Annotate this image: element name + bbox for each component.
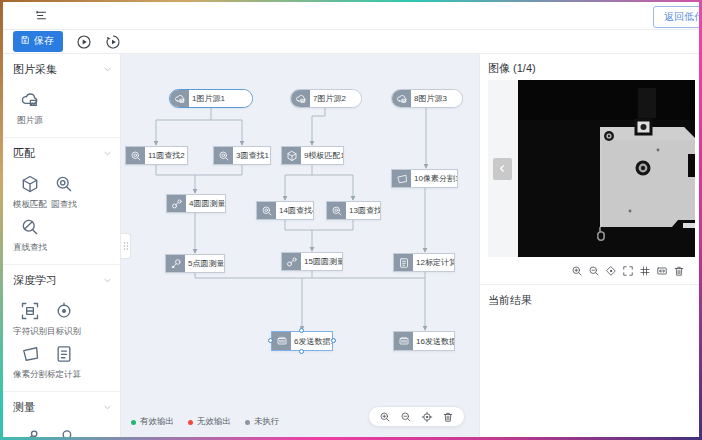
sidebar-collapse-handle[interactable]	[121, 233, 131, 259]
edge	[312, 220, 353, 230]
node-4[interactable]: 4圆圆测量2	[166, 194, 226, 213]
segment-icon	[392, 170, 411, 187]
connection-handle[interactable]	[331, 338, 336, 343]
circle-find-icon	[257, 202, 276, 219]
sidebar-section-1: 图片采集图片源	[3, 54, 120, 138]
fullscreen-icon[interactable]	[622, 265, 634, 277]
trash-icon[interactable]	[673, 265, 685, 277]
edge	[195, 273, 425, 278]
node-label: 12标定计算1	[413, 254, 454, 271]
section-header[interactable]: 图片采集	[13, 62, 112, 77]
flow-canvas[interactable]: 有效输出无效输出未执行 1图片源17图片源28图片源311圆查找23圆查找19模…	[121, 54, 479, 437]
toolbar: 保存	[3, 30, 699, 54]
menu-icon[interactable]	[35, 9, 48, 22]
node-16[interactable]: 16发送数据2	[393, 331, 455, 351]
zoom-in-icon[interactable]	[571, 265, 583, 277]
tool-cube[interactable]: 模板匹配	[13, 173, 47, 211]
grid-icon[interactable]	[639, 265, 651, 277]
canvas-zoom-controls	[368, 406, 465, 427]
tool-label: 像素分割	[13, 369, 47, 381]
zoom-out-icon[interactable]	[588, 265, 600, 277]
node-label: 4圆圆测量2	[186, 195, 225, 212]
tool-cloud-image[interactable]: 图片源	[13, 89, 47, 127]
node-3[interactable]: 3圆查找1	[213, 146, 271, 165]
legend-label: 无效输出	[197, 416, 231, 428]
run-button[interactable]	[76, 34, 92, 50]
connection-handle[interactable]	[299, 349, 304, 354]
tool-label: 字符识别	[13, 326, 47, 338]
node-label: 8图片源3	[411, 90, 462, 107]
node-6[interactable]: 6发送数据1	[271, 331, 333, 351]
node-8[interactable]: 8图片源3	[391, 89, 463, 108]
section-title: 测量	[13, 400, 35, 415]
node-12[interactable]: 12标定计算1	[393, 253, 455, 272]
section-tools: 圆圆测量点圆测量点点测量	[13, 415, 112, 437]
node-10[interactable]: 10像素分割1	[391, 169, 458, 188]
tool-point-circle[interactable]: 点圆测量	[47, 427, 81, 437]
node-13[interactable]: 13圆查找3	[326, 201, 381, 220]
edge	[211, 120, 242, 145]
legend-item: 无效输出	[188, 416, 231, 428]
section-header[interactable]: 匹配	[13, 146, 112, 161]
locate-icon[interactable]	[421, 411, 433, 423]
edge	[285, 220, 312, 251]
tool-target[interactable]: 目标识别	[47, 300, 81, 338]
circle-circle-icon	[167, 195, 186, 212]
node-label: 16发送数据2	[413, 332, 454, 350]
save-button[interactable]: 保存	[13, 31, 63, 52]
node-label: 9模板匹配1	[301, 147, 343, 164]
move-icon[interactable]	[605, 265, 617, 277]
tool-line-find[interactable]: 直线查找	[13, 216, 47, 254]
tool-calib[interactable]: 标定计算	[47, 343, 81, 381]
main-area: 图片采集图片源匹配模板匹配圆查找直线查找深度学习字符识别目标识别像素分割标定计算…	[3, 54, 699, 437]
fit-icon[interactable]	[656, 265, 668, 277]
node-9[interactable]: 9模板匹配1	[281, 146, 344, 165]
right-panel: 图像 (1/4)	[479, 54, 699, 437]
node-5[interactable]: 5点圆测量1	[165, 254, 225, 273]
section-tools: 字符识别目标识别像素分割标定计算	[13, 288, 112, 383]
section-tools: 图片源	[13, 77, 112, 129]
tool-segment[interactable]: 像素分割	[13, 343, 47, 381]
status-legend: 有效输出无效输出未执行	[131, 416, 280, 428]
node-label: 13圆查找3	[346, 202, 380, 219]
prev-image-button[interactable]	[493, 158, 512, 180]
connection-handle[interactable]	[299, 328, 304, 333]
circle-circle-icon	[20, 427, 40, 437]
node-label: 5点圆测量1	[185, 255, 224, 272]
connection-handle[interactable]	[268, 338, 273, 343]
target-icon	[54, 300, 74, 322]
node-11[interactable]: 11圆查找2	[125, 146, 188, 165]
legend-item: 有效输出	[131, 416, 174, 428]
tool-circle-circle[interactable]: 圆圆测量	[13, 427, 47, 437]
node-label: 10像素分割1	[411, 170, 457, 187]
zoom-out-icon[interactable]	[400, 411, 412, 423]
section-header[interactable]: 测量	[13, 400, 112, 415]
preview-image[interactable]	[518, 80, 695, 257]
sidebar-section-4: 测量圆圆测量点圆测量点点测量	[3, 392, 120, 437]
image-preview-row	[488, 80, 699, 257]
tool-circle-find[interactable]: 圆查找	[47, 173, 81, 211]
node-15[interactable]: 15圆圆测量3	[281, 252, 343, 271]
section-header[interactable]: 深度学习	[13, 273, 112, 288]
node-7[interactable]: 7图片源2	[290, 89, 362, 108]
tool-ocr[interactable]: 字符识别	[13, 300, 47, 338]
edge-layer	[121, 54, 479, 437]
trash-icon[interactable]	[442, 411, 454, 423]
circle-find-icon	[327, 202, 346, 219]
node-14[interactable]: 14圆查找4	[256, 201, 314, 220]
back-to-lowcode-button[interactable]: 返回低代	[653, 6, 699, 28]
chevron-down-icon	[103, 149, 112, 158]
node-1[interactable]: 1图片源1	[169, 89, 253, 108]
screenshot-frame: 返回低代 保存 图片采集图片源匹配模板匹配圆查找直线查找深度学习字符识别目标识别…	[0, 0, 702, 440]
calib-icon	[394, 254, 413, 271]
send-icon	[272, 332, 291, 350]
run-once-button[interactable]	[105, 34, 121, 50]
header-bar: 返回低代	[3, 2, 699, 30]
legend-dot	[188, 420, 193, 425]
legend-item: 未执行	[245, 416, 280, 428]
section-title: 图片采集	[13, 62, 57, 77]
sidebar-section-3: 深度学习字符识别目标识别像素分割标定计算	[3, 265, 120, 392]
section-title: 深度学习	[13, 273, 57, 288]
zoom-in-icon[interactable]	[379, 411, 391, 423]
point-circle-icon	[166, 255, 185, 272]
